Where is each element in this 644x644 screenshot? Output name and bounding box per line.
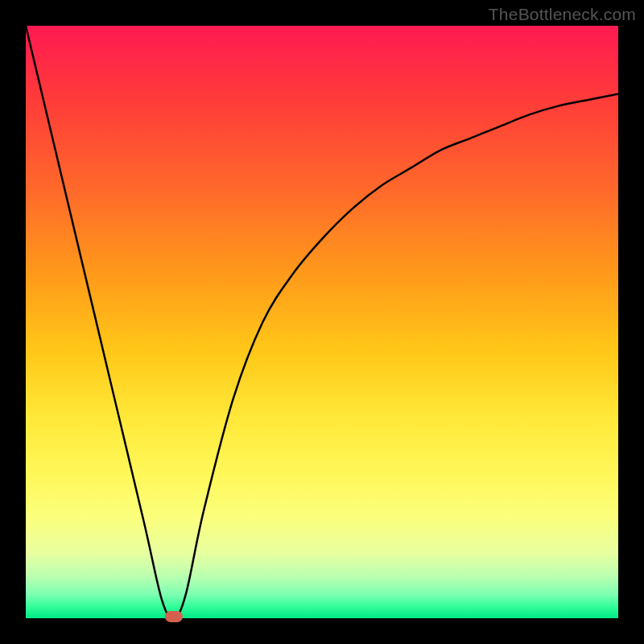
watermark-text: TheBottleneck.com (489, 5, 636, 24)
minimum-marker (165, 611, 183, 622)
curve-layer (26, 26, 618, 618)
plot-area (26, 26, 618, 618)
chart-container: TheBottleneck.com (0, 0, 644, 644)
bottleneck-curve-path (26, 26, 618, 618)
